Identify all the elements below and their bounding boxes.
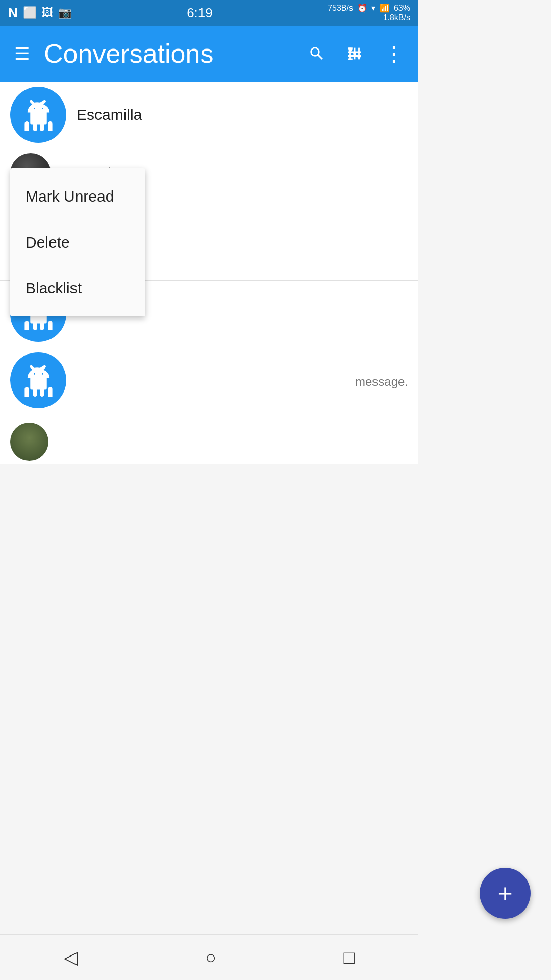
filter-icon: [346, 45, 363, 62]
status-left-icons: N ⬜ 🖼 📷: [8, 5, 72, 21]
avatar-container-6: [10, 423, 71, 469]
avatar-container-5: [10, 352, 66, 408]
group-avatar-6-main: [10, 423, 48, 461]
more-button[interactable]: ⋮: [380, 39, 408, 68]
status-time: 6:19: [187, 5, 213, 21]
netflix-icon: N: [8, 5, 18, 21]
context-menu-blacklist[interactable]: Blacklist: [10, 265, 145, 311]
image-icon: 🖼: [42, 6, 53, 19]
context-menu-delete[interactable]: Delete: [10, 219, 145, 265]
avatar-5: [10, 352, 66, 408]
signal-icon: 📶: [380, 3, 390, 13]
context-menu: Mark Unread Delete Blacklist: [10, 168, 145, 316]
app-bar-actions: ⋮: [304, 39, 408, 68]
nav-bar: ◁ ○ □: [0, 934, 418, 980]
recent-icon: □: [344, 947, 355, 968]
conversation-info-5: message.: [77, 372, 408, 389]
status-right-info: 753B/s ⏰ ▾ 📶 63% 1.8kB/s: [328, 3, 410, 22]
home-icon: ○: [205, 947, 216, 968]
alarm-icon: ⏰: [357, 3, 367, 13]
android-icon-1: [22, 98, 55, 131]
more-icon: ⋮: [384, 43, 404, 64]
search-button[interactable]: [304, 41, 330, 66]
camera-icon: 📷: [58, 6, 72, 19]
page-title: Conversations: [44, 38, 304, 69]
conversation-name-1: Escamilla: [77, 106, 408, 124]
android-icon-5: [22, 363, 55, 397]
status-bar: N ⬜ 🖼 📷 6:19 753B/s ⏰ ▾ 📶 63% 1.8kB/s: [0, 0, 418, 26]
wifi-icon: ▾: [371, 3, 375, 13]
app-bar: ☰ Conversations ⋮: [0, 26, 418, 82]
search-icon: [308, 45, 325, 62]
menu-icon: ☰: [14, 43, 30, 64]
conversation-item-6[interactable]: [0, 413, 418, 464]
context-menu-mark-unread[interactable]: Mark Unread: [10, 174, 145, 219]
avatar-1: [10, 87, 66, 143]
screen-icon: ⬜: [23, 6, 37, 19]
network-speed-up: 753B/s: [328, 3, 353, 13]
avatar-container-1: [10, 87, 66, 143]
recent-button[interactable]: □: [329, 942, 370, 973]
conversation-preview-5: message.: [77, 375, 408, 389]
conversations-list: Escamilla Mark Unread Delete Blacklist a…: [0, 82, 418, 464]
menu-button[interactable]: ☰: [10, 39, 34, 68]
filter-button[interactable]: [342, 41, 367, 66]
conversation-item-5[interactable]: message.: [0, 347, 418, 413]
network-speed-down: 1.8kB/s: [383, 13, 410, 22]
battery-level: 63%: [394, 3, 410, 13]
home-button[interactable]: ○: [190, 942, 232, 973]
conversation-item-1[interactable]: Escamilla: [0, 82, 418, 148]
conversation-info-1: Escamilla: [77, 106, 408, 124]
back-button[interactable]: ◁: [48, 942, 93, 973]
back-icon: ◁: [64, 947, 78, 968]
